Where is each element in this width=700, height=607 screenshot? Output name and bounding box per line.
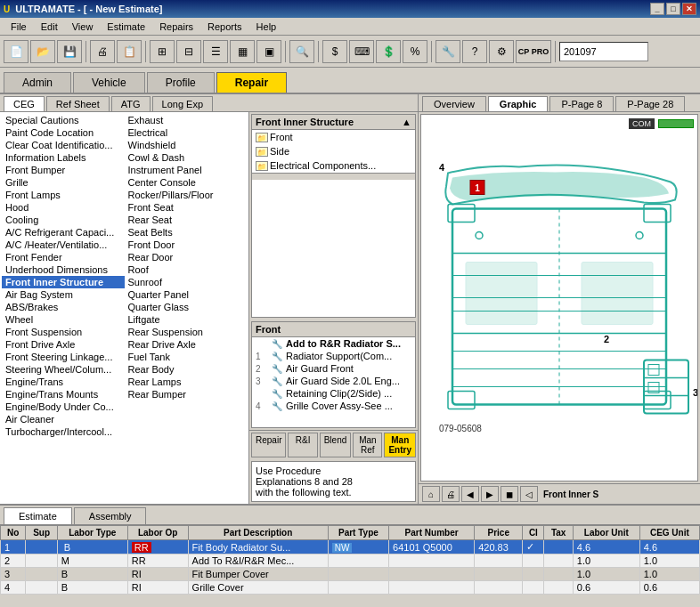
- new-button[interactable]: 📄: [4, 40, 28, 63]
- list-item[interactable]: Front Door: [125, 239, 248, 251]
- list-item[interactable]: Cowl & Dash: [125, 151, 248, 164]
- tb-pro[interactable]: CP PRO: [516, 40, 551, 63]
- ceg-tab-refsheet[interactable]: Ref Sheet: [46, 96, 110, 111]
- list-item[interactable]: Quarter Panel: [125, 288, 248, 301]
- ceg-tab-ceg[interactable]: CEG: [4, 96, 45, 111]
- tb-btn14[interactable]: ?: [462, 40, 487, 63]
- list-item[interactable]: Front Suspension: [2, 326, 125, 338]
- list-item[interactable]: Rear Drive Axle: [125, 338, 248, 351]
- list-item[interactable]: Engine/Body Under Co...: [2, 401, 125, 413]
- list-item[interactable]: Special Cautions: [2, 114, 125, 126]
- list-item[interactable]: Exhaust: [125, 114, 248, 126]
- folder-electrical[interactable]: 📁 Electrical Components...: [252, 158, 415, 173]
- gt-print[interactable]: 🖨: [442, 486, 460, 502]
- ceg-tab-longexp[interactable]: Long Exp: [152, 96, 213, 111]
- list-item[interactable]: Front Drive Axle: [2, 338, 125, 351]
- list-item[interactable]: Hood: [2, 201, 125, 214]
- list-item[interactable]: A/C Refrigerant Capaci...: [2, 226, 125, 239]
- tab-repair[interactable]: Repair: [216, 72, 287, 93]
- menu-estimate[interactable]: Estimate: [100, 20, 152, 34]
- tab-graphic[interactable]: Graphic: [488, 96, 549, 111]
- list-item[interactable]: Air Cleaner: [2, 413, 125, 425]
- list-item[interactable]: Rear Bumper: [125, 388, 248, 401]
- print-button[interactable]: 🖨: [90, 40, 115, 63]
- table-row[interactable]: 1 B RR Fit Body Radiator Su... NW 64101 …: [1, 540, 700, 554]
- close-button[interactable]: ✕: [682, 3, 696, 15]
- list-item[interactable]: Cooling: [2, 214, 125, 226]
- window-controls[interactable]: _ □ ✕: [650, 3, 696, 15]
- gt-nav[interactable]: ◁: [520, 486, 538, 502]
- list-item[interactable]: 2 🔧 Air Guard Front: [252, 362, 415, 375]
- list-item[interactable]: Quarter Glass: [125, 301, 248, 313]
- list-item[interactable]: Rear Seat: [125, 214, 248, 226]
- tb-btn8[interactable]: 🔍: [289, 40, 314, 63]
- list-item-active[interactable]: Front Inner Structure: [2, 276, 125, 288]
- tb-btn10[interactable]: ⌨: [349, 40, 374, 63]
- tab-ppage28[interactable]: P-Page 28: [615, 96, 685, 111]
- list-item[interactable]: Center Console: [125, 176, 248, 189]
- table-row[interactable]: 2 M RR Add To R&I/R&R Mec... 1.0 1.0: [1, 554, 700, 568]
- menu-help[interactable]: Help: [249, 20, 284, 34]
- scroll-arrow-up[interactable]: ▲: [402, 117, 411, 127]
- list-item[interactable]: Rear Lamps: [125, 376, 248, 388]
- gt-stop[interactable]: ◼: [501, 486, 518, 502]
- folder-side[interactable]: 📁 Side: [252, 144, 415, 158]
- gt-left[interactable]: ◀: [461, 486, 479, 502]
- list-item[interactable]: 🔧 Retaining Clip(2/Side) ...: [252, 387, 415, 400]
- manentry-button[interactable]: Man Entry: [384, 433, 416, 457]
- tab-assembly[interactable]: Assembly: [74, 507, 147, 524]
- tb-btn3[interactable]: ⊞: [150, 40, 175, 63]
- randr-button[interactable]: R&I: [288, 433, 317, 457]
- gt-home[interactable]: ⌂: [422, 486, 440, 502]
- list-item[interactable]: 🔧 Add to R&R Radiator S...: [252, 337, 415, 350]
- list-item[interactable]: Sunroof: [125, 276, 248, 288]
- open-button[interactable]: 📂: [30, 40, 55, 63]
- blend-button[interactable]: Blend: [320, 433, 352, 457]
- list-item[interactable]: Roof: [125, 263, 248, 276]
- list-item[interactable]: Instrument Panel: [125, 164, 248, 176]
- tab-admin[interactable]: Admin: [4, 72, 71, 93]
- tab-profile[interactable]: Profile: [147, 72, 215, 93]
- ceg-tab-atg[interactable]: ATG: [111, 96, 151, 111]
- list-item[interactable]: Rocker/Pillars/Floor: [125, 189, 248, 201]
- list-item[interactable]: Grille: [2, 176, 125, 189]
- list-item[interactable]: Engine/Trans: [2, 376, 125, 388]
- list-item[interactable]: Front Steering Linkage...: [2, 351, 125, 363]
- estimate-number-input[interactable]: [559, 42, 648, 61]
- folder-front[interactable]: 📁 Front: [252, 130, 415, 144]
- list-item[interactable]: Rear Door: [125, 251, 248, 263]
- list-item[interactable]: 4 🔧 Grille Cover Assy-See ...: [252, 400, 415, 412]
- list-item[interactable]: Turbocharger/Intercool...: [2, 425, 125, 438]
- tab-vehicle[interactable]: Vehicle: [73, 72, 145, 93]
- tb-btn5[interactable]: ☰: [203, 40, 228, 63]
- menu-view[interactable]: View: [65, 20, 101, 34]
- list-item[interactable]: Rear Body: [125, 363, 248, 376]
- list-item[interactable]: Clear Coat Identificatio...: [2, 139, 125, 151]
- tb-btn7[interactable]: ▣: [256, 40, 281, 63]
- list-item[interactable]: Fuel Tank: [125, 351, 248, 363]
- list-item[interactable]: Underhood Dimensions: [2, 263, 125, 276]
- menu-file[interactable]: File: [4, 20, 34, 34]
- graphic-viewport[interactable]: COM 4 1: [420, 114, 698, 482]
- menu-edit[interactable]: Edit: [34, 20, 65, 34]
- gt-right[interactable]: ▶: [481, 486, 499, 502]
- list-item[interactable]: Steering Wheel/Colum...: [2, 363, 125, 376]
- list-item[interactable]: Paint Code Location: [2, 126, 125, 139]
- tb-btn4[interactable]: ⊟: [176, 40, 201, 63]
- list-item[interactable]: Wheel: [2, 313, 125, 326]
- list-item[interactable]: Seat Belts: [125, 226, 248, 239]
- list-item[interactable]: Liftgate: [125, 313, 248, 326]
- list-item[interactable]: Electrical: [125, 126, 248, 139]
- list-item[interactable]: Front Seat: [125, 201, 248, 214]
- list-item[interactable]: Front Lamps: [2, 189, 125, 201]
- tb-btn13[interactable]: 🔧: [435, 40, 460, 63]
- list-item[interactable]: A/C /Heater/Ventilatio...: [2, 239, 125, 251]
- list-item[interactable]: Front Fender: [2, 251, 125, 263]
- table-row[interactable]: 4 B RI Grille Cover 0.6 0.6: [1, 581, 700, 595]
- print2-button[interactable]: 📋: [117, 40, 142, 63]
- repair-button[interactable]: Repair: [251, 433, 286, 457]
- list-item[interactable]: Information Labels: [2, 151, 125, 164]
- tb-btn15[interactable]: ⚙: [489, 40, 514, 63]
- tab-ppage8[interactable]: P-Page 8: [549, 96, 614, 111]
- table-row[interactable]: 3 B RI Fit Bumper Cover 1.0 1.0: [1, 568, 700, 581]
